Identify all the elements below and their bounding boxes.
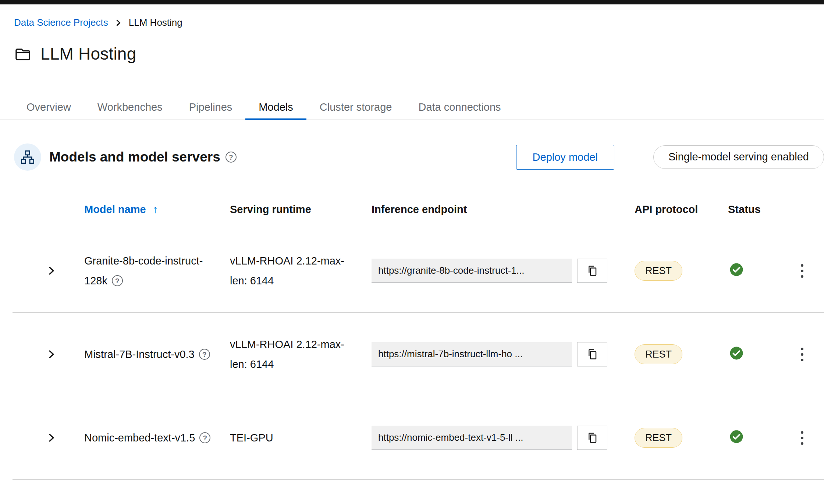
breadcrumb-current: LLM Hosting	[129, 17, 182, 28]
header-inference-endpoint: Inference endpoint	[372, 203, 635, 216]
table-row: Granite-8b-code-instruct-128k? vLLM-RHOA…	[13, 229, 824, 313]
deploy-model-button[interactable]: Deploy model	[516, 145, 614, 170]
serving-mode-badge: Single-model serving enabled	[653, 145, 824, 169]
model-help-icon[interactable]: ?	[199, 349, 210, 360]
models-table: Model name ↑ Serving runtime Inference e…	[13, 203, 824, 480]
expand-row-chevron-icon[interactable]	[43, 263, 60, 279]
copy-icon[interactable]	[577, 342, 607, 366]
table-row: Mistral-7B-Instruct-v0.3? vLLM-RHOAI 2.1…	[13, 313, 824, 396]
model-name: Nomic-embed-text-v1.5	[84, 432, 195, 444]
status-success-icon	[728, 263, 780, 279]
model-server-icon	[14, 143, 41, 171]
expand-row-chevron-icon[interactable]	[43, 430, 60, 446]
project-folder-icon	[14, 45, 32, 63]
section-title: Models and model servers	[49, 149, 220, 165]
copy-icon[interactable]	[577, 259, 607, 283]
api-protocol-badge: REST	[635, 428, 682, 448]
serving-runtime: vLLM-RHOAI 2.12-max-len: 6144	[230, 251, 351, 291]
page-header: LLM Hosting	[14, 44, 824, 64]
breadcrumb-chevron-icon	[115, 19, 122, 26]
header-status: Status	[728, 203, 780, 216]
header-serving-runtime: Serving runtime	[230, 203, 372, 216]
models-section-header: Models and model servers ? Deploy model …	[0, 143, 824, 171]
inference-endpoint-input[interactable]	[372, 426, 572, 450]
status-success-icon	[728, 346, 780, 363]
tab-models[interactable]: Models	[245, 95, 306, 120]
inference-endpoint-group	[372, 426, 607, 450]
model-help-icon[interactable]: ?	[112, 275, 123, 286]
serving-runtime: TEI-GPU	[230, 428, 351, 448]
table-header-row: Model name ↑ Serving runtime Inference e…	[13, 203, 824, 229]
model-name: Granite-8b-code-instruct-128k	[84, 255, 203, 287]
section-help-icon[interactable]: ?	[225, 152, 237, 163]
breadcrumb: Data Science Projects LLM Hosting	[14, 17, 824, 28]
masthead-bar	[0, 0, 824, 4]
serving-runtime: vLLM-RHOAI 2.12-max-len: 6144	[230, 334, 351, 374]
kebab-menu[interactable]	[794, 342, 810, 366]
inference-endpoint-input[interactable]	[372, 259, 572, 283]
tab-workbenches[interactable]: Workbenches	[84, 95, 176, 120]
tab-overview[interactable]: Overview	[13, 95, 84, 120]
tab-bar: Overview Workbenches Pipelines Models Cl…	[0, 95, 824, 120]
api-protocol-badge: REST	[635, 261, 682, 281]
kebab-menu[interactable]	[794, 259, 810, 283]
expand-row-chevron-icon[interactable]	[43, 346, 60, 362]
api-protocol-badge: REST	[635, 344, 682, 364]
page-title: LLM Hosting	[40, 44, 136, 64]
breadcrumb-link-projects[interactable]: Data Science Projects	[14, 17, 108, 28]
inference-endpoint-input[interactable]	[372, 342, 572, 366]
table-row: Nomic-embed-text-v1.5? TEI-GPU REST	[13, 396, 824, 480]
status-success-icon	[728, 430, 780, 446]
tab-cluster-storage[interactable]: Cluster storage	[306, 95, 405, 120]
kebab-menu[interactable]	[794, 426, 810, 450]
sort-ascending-icon: ↑	[153, 203, 158, 216]
model-help-icon[interactable]: ?	[199, 432, 210, 443]
tab-data-connections[interactable]: Data connections	[405, 95, 514, 120]
inference-endpoint-group	[372, 259, 607, 283]
copy-icon[interactable]	[577, 426, 607, 450]
inference-endpoint-group	[372, 342, 607, 366]
model-name: Mistral-7B-Instruct-v0.3	[84, 348, 195, 360]
header-model-name[interactable]: Model name ↑	[84, 203, 230, 216]
header-api-protocol: API protocol	[635, 203, 728, 216]
header-model-name-label: Model name	[84, 203, 146, 216]
tab-pipelines[interactable]: Pipelines	[176, 95, 246, 120]
